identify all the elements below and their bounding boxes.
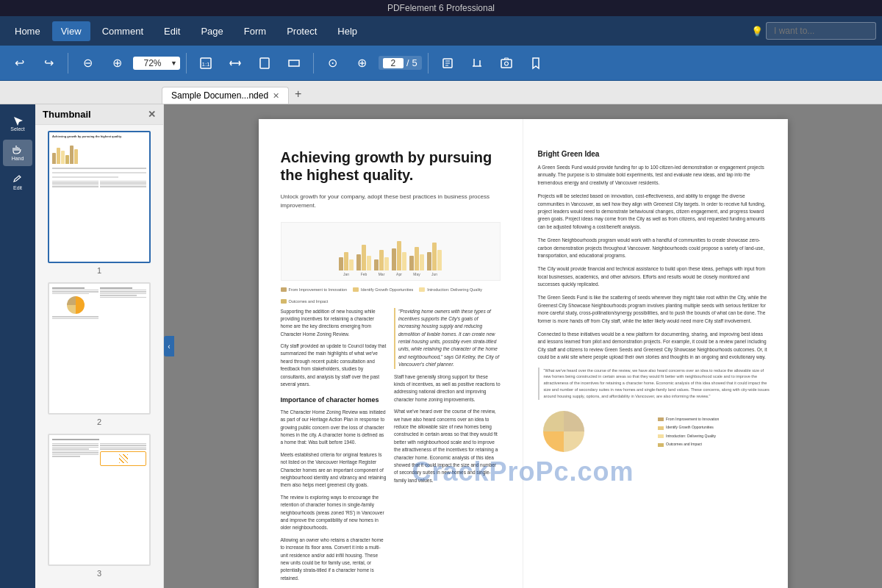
actual-size-button[interactable]: 1:1 (193, 50, 219, 76)
crop-button[interactable] (464, 50, 490, 76)
undo-button[interactable]: ↩ (6, 50, 32, 76)
bookmark-button[interactable] (523, 50, 549, 76)
body-text-6: Allowing an owner who retains a characte… (281, 537, 387, 582)
tab-document[interactable]: Sample Documen...nded ✕ (162, 87, 289, 104)
thumbnail-number-2: 2 (97, 417, 101, 426)
thumbnail-image-1: Achieving growth by pursuing the highest… (48, 131, 151, 263)
right-body-1: A Green Seeds Fund would provide funding… (538, 164, 772, 187)
legend-color-4 (281, 299, 287, 304)
menu-form[interactable]: Form (235, 21, 275, 41)
zoom-input[interactable]: 72% (136, 58, 169, 68)
content-right-inner: "Providing home owners with these types … (394, 308, 501, 587)
legend-color-3 (419, 287, 425, 292)
zoom-control[interactable]: 72% ▼ (133, 57, 180, 70)
body-text-3: The Character Home Zoning Review was ini… (281, 409, 387, 447)
legend-color-1 (281, 287, 287, 292)
chart-group-may: May (409, 247, 424, 278)
page-left-column: Achieving growth by pursuing the highest… (259, 119, 523, 588)
body-text-4: Meets established criteria for original … (281, 451, 387, 490)
thumbnail-close-button[interactable]: ✕ (148, 109, 156, 120)
right-body-5: The Green Seeds Fund is like the scatter… (538, 294, 772, 325)
left-toolbar: Select Hand Edit (0, 104, 35, 588)
select-tool-button[interactable]: Select (3, 110, 32, 137)
menu-right: 💡 (751, 22, 876, 40)
tab-bar: Sample Documen...nded ✕ + (0, 81, 882, 104)
page-area[interactable]: ‹ CrackProPc.com Achieving growth by pur… (164, 104, 882, 588)
svg-point-5 (504, 62, 508, 65)
thumbnail-list: Achieving growth by pursuing the highest… (35, 125, 163, 588)
right-legend: From Improvement to Innovation Identify … (658, 406, 772, 459)
separator-3 (313, 53, 314, 74)
separator-1 (68, 53, 68, 74)
svg-text:1:1: 1:1 (201, 61, 210, 68)
document-page-1: CrackProPc.com Achieving growth by pursu… (259, 119, 788, 588)
hand-tool-button[interactable]: Hand (3, 140, 32, 166)
legend-item-3: Introduction: Delivering Quality (419, 287, 482, 293)
panel-collapse-button[interactable]: ‹ (164, 336, 174, 356)
menu-bar: Home View Comment Edit Page Form Protect… (0, 16, 882, 46)
menu-protect[interactable]: Protect (278, 21, 326, 41)
zoom-dropdown-icon[interactable]: ▼ (171, 60, 177, 67)
zoom-out-button[interactable]: ⊖ (74, 50, 101, 76)
fit-width-button[interactable] (222, 50, 248, 76)
redo-button[interactable]: ↪ (35, 50, 62, 76)
app-title: PDFelement 6 Professional (387, 3, 495, 13)
separator-4 (428, 53, 429, 74)
text-select-button[interactable] (434, 50, 461, 76)
section-heading-1: Importance of character homes (281, 395, 387, 406)
thumbnail-page-2[interactable]: 2 (41, 282, 157, 426)
thumbnail-panel: Thumbnail ✕ Achieving growth by pursuing… (35, 104, 164, 588)
right-legend-1: From Improvement to Innovation (658, 417, 772, 423)
page-control: / 5 (379, 56, 422, 70)
chart-group-apr: Apr (392, 241, 406, 278)
right-body-3: The Green Neighbourhoods program would w… (538, 237, 772, 259)
content-columns: Supporting the addition of new housing w… (281, 308, 501, 587)
chart-group-jan: Jan (339, 252, 354, 278)
right-bottom-section: From Improvement to Innovation Identify … (538, 406, 772, 459)
page-main-title: Achieving growth by pursuing the highest… (281, 148, 501, 184)
bright-green-heading: Bright Green Idea (538, 148, 772, 159)
page-number-input[interactable] (383, 58, 404, 68)
blockquote: "What we've heard over the course of the… (538, 368, 772, 400)
thumbnail-number-1: 1 (97, 266, 101, 275)
snapshot-button[interactable] (493, 50, 520, 76)
tab-close-button[interactable]: ✕ (273, 91, 279, 101)
right-body-2: Projects will be selected based on innov… (538, 193, 772, 231)
thumbnail-page-1[interactable]: Achieving growth by pursuing the highest… (41, 131, 157, 275)
right-legend-4: Outcomes and Impact (658, 442, 772, 448)
page-right-column: Bright Green Idea A Green Seeds Fund wou… (523, 119, 788, 588)
thumbnail-image-2 (48, 282, 151, 415)
want-to-input[interactable] (766, 22, 876, 40)
zoom-in-button[interactable]: ⊕ (104, 50, 130, 76)
edit-tool-button[interactable]: Edit (3, 169, 32, 196)
legend-item-4: Outcomes and Impact (281, 298, 329, 304)
fit-page-button[interactable] (251, 50, 278, 76)
menu-view[interactable]: View (52, 21, 90, 41)
separator-2 (186, 53, 187, 74)
toolbar: ↩ ↪ ⊖ ⊕ 72% ▼ 1:1 ⊙ ⊕ / 5 (0, 46, 882, 81)
body-text-5: The review is exploring ways to encourag… (281, 494, 387, 532)
menu-comment[interactable]: Comment (93, 21, 152, 41)
body-text-7: Staff have generally strong support for … (394, 373, 501, 404)
lightbulb-icon: 💡 (751, 26, 763, 37)
thumbnail-page-3[interactable]: 3 (41, 434, 157, 578)
body-text-1: Supporting the addition of new housing w… (281, 308, 387, 339)
page-separator: / (406, 57, 409, 68)
chart-group-feb: Feb (356, 245, 371, 278)
title-bar: PDFelement 6 Professional (0, 0, 882, 16)
thumbnail-header: Thumbnail ✕ (35, 104, 163, 125)
tab-add-button[interactable]: + (289, 85, 307, 104)
next-page-button[interactable]: ⊕ (349, 50, 376, 76)
right-legend-2: Identify Growth Opportunities (658, 425, 772, 431)
menu-home[interactable]: Home (6, 21, 49, 41)
prev-page-button[interactable]: ⊙ (320, 50, 346, 76)
menu-page[interactable]: Page (192, 21, 232, 41)
menu-edit[interactable]: Edit (155, 21, 189, 41)
right-legend-3: Introduction: Delivering Quality (658, 434, 772, 440)
legend-item-2: Identify Growth Opportunities (353, 287, 413, 293)
menu-help[interactable]: Help (329, 21, 366, 41)
main-layout: Select Hand Edit Thumbnail ✕ Achieving g… (0, 104, 882, 588)
thumbnail-number-3: 3 (97, 569, 101, 578)
legend-color-2 (353, 287, 359, 292)
fit-visible-button[interactable] (281, 50, 307, 76)
